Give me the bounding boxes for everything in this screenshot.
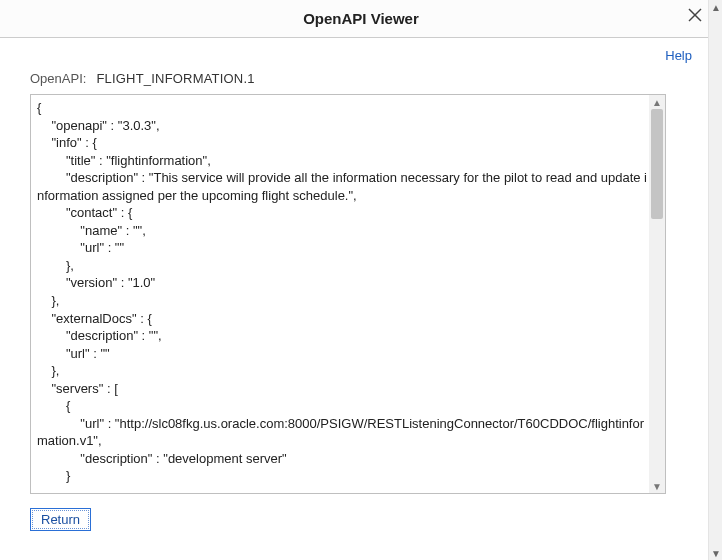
button-row: Return [30,508,692,531]
page-scroll-up-icon[interactable]: ▲ [709,0,722,14]
scroll-down-icon[interactable]: ▼ [649,479,665,493]
code-content: { "openapi" : "3.0.3", "info" : { "title… [37,99,647,485]
code-textarea[interactable]: { "openapi" : "3.0.3", "info" : { "title… [30,94,666,494]
titlebar: OpenAPI Viewer [0,0,722,38]
help-link[interactable]: Help [665,48,692,63]
body: Help OpenAPI: FLIGHT_INFORMATION.1 { "op… [0,38,722,560]
openapi-viewer-window: OpenAPI Viewer Help OpenAPI: FLIGHT_INFO… [0,0,722,560]
page-scroll-down-icon[interactable]: ▼ [709,546,722,560]
code-scrollbar[interactable]: ▲ ▼ [649,95,665,493]
openapi-field-row: OpenAPI: FLIGHT_INFORMATION.1 [30,71,692,86]
page-scrollbar[interactable]: ▲ ▼ [708,0,722,560]
close-button[interactable] [688,8,708,28]
openapi-value: FLIGHT_INFORMATION.1 [96,71,254,86]
return-button[interactable]: Return [30,508,91,531]
scroll-thumb[interactable] [651,109,663,219]
help-row: Help [30,38,692,71]
window-title: OpenAPI Viewer [303,10,419,27]
openapi-label: OpenAPI: [30,71,86,86]
close-icon [688,8,702,22]
scroll-up-icon[interactable]: ▲ [649,95,665,109]
